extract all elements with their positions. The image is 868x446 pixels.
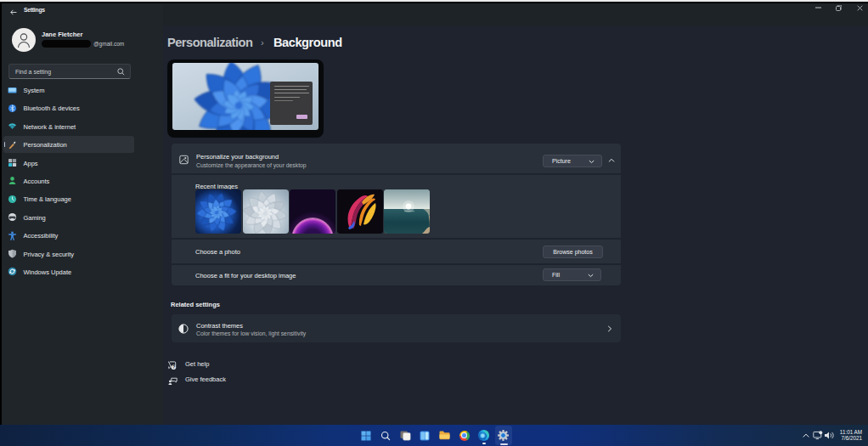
svg-text:?: ? — [172, 364, 175, 370]
